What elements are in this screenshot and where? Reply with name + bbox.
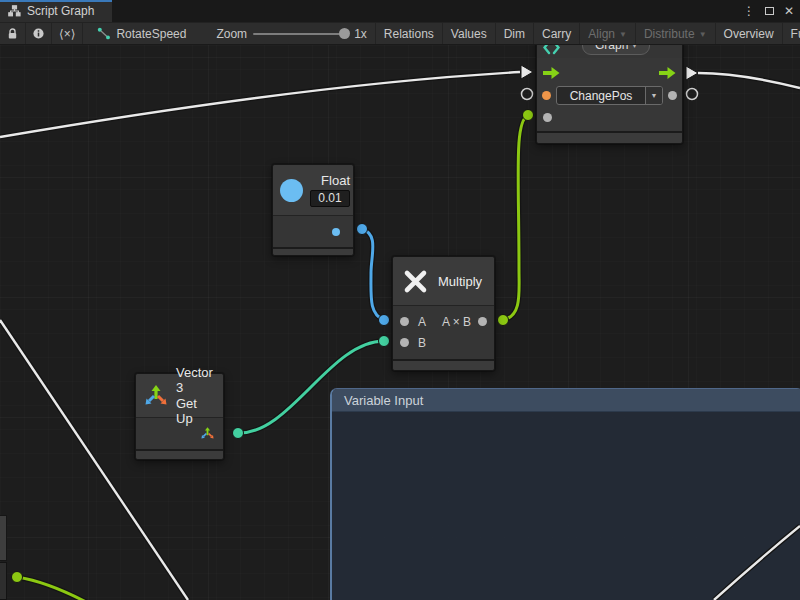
zoom-slider[interactable]	[253, 33, 348, 35]
float-node-footer	[273, 247, 353, 255]
float-node[interactable]: Float 0.01	[272, 164, 354, 256]
relations-button[interactable]: Relations	[375, 23, 442, 44]
multiply-output-port[interactable]	[478, 317, 487, 326]
script-graph-asset-icon	[97, 27, 111, 40]
zoom-control: Zoom 1x	[196, 23, 374, 44]
flow-output-arrow-icon[interactable]	[659, 67, 676, 79]
control-output-arrow[interactable]	[686, 66, 698, 80]
multiply-output-label: A × B	[442, 315, 471, 329]
vector3-node-titles: Vector 3 Get Up	[176, 365, 216, 426]
graph-node-header: Graph ▾	[537, 45, 682, 58]
wire-multiply-to-graph-outline	[503, 115, 528, 320]
dim-button[interactable]: Dim	[495, 23, 533, 44]
vector3-node-header: Vector 3 Get Up	[136, 374, 223, 418]
variable-select-arrow-icon: ▼	[645, 87, 662, 104]
variable-input-group-header[interactable]: Variable Input	[332, 389, 800, 412]
edit-code-button[interactable]: ⟨×⟩	[52, 23, 83, 44]
float-output-port[interactable]	[332, 228, 340, 236]
float-node-body	[273, 216, 353, 247]
group-title: Variable Input	[344, 393, 423, 408]
graph-right-port-ring[interactable]	[687, 89, 698, 100]
multiply-node-title: Multiply	[438, 274, 482, 289]
value-input-port[interactable]	[543, 113, 552, 122]
full-screen-button[interactable]: Full Screen	[782, 23, 800, 44]
graph-variable-row: ChangePos ▼	[542, 84, 677, 107]
multiply-input-b-port[interactable]	[400, 338, 409, 347]
vector3-axes-icon	[143, 383, 169, 409]
wire-end-offscreen-output[interactable]	[12, 572, 23, 583]
multiply-node-header: Multiply	[393, 257, 494, 306]
variable-select-value: ChangePos	[557, 87, 645, 104]
distribute-dropdown-icon: ▼	[699, 30, 707, 39]
variable-input-port[interactable]	[542, 91, 551, 100]
float-node-titles: Float 0.01	[310, 173, 350, 207]
wire-control-out-outline	[698, 73, 800, 88]
distribute-button[interactable]: Distribute ▼	[635, 23, 715, 44]
graph-node-body: ChangePos ▼	[537, 58, 682, 131]
zoom-value: 1x	[354, 27, 367, 41]
lock-icon	[7, 28, 18, 40]
variable-output-port[interactable]	[668, 91, 677, 100]
graph-header-dropdown[interactable]: Graph ▾	[582, 45, 650, 55]
multiply-node-footer	[393, 359, 494, 370]
window-close-icon[interactable]: ✕	[784, 4, 794, 18]
multiply-node-body: A A × B B	[393, 306, 494, 359]
wire-end-graph-input[interactable]	[523, 110, 534, 121]
multiply-node[interactable]: Multiply A A × B B	[392, 256, 495, 371]
wire-end-multiply-b[interactable]	[379, 336, 390, 347]
graph-extra-row	[542, 107, 677, 128]
graph-toolbar: ⟨×⟩ RotateSpeed Zoom 1x Relations Values…	[0, 22, 800, 45]
graph-left-port-ring[interactable]	[522, 89, 533, 100]
flow-input-arrow-icon[interactable]	[543, 67, 560, 79]
float-value-field[interactable]: 0.01	[310, 190, 350, 207]
offscreen-node-sliver-body[interactable]	[0, 562, 7, 600]
graph-header-dropdown-icon: ▾	[632, 45, 637, 50]
vector3-node-subtitle: Get Up	[176, 396, 216, 426]
float-node-header: Float 0.01	[273, 165, 353, 216]
graph-node-footer	[537, 131, 682, 143]
toolbar-right-group: Relations Values Dim Carry Align ▼ Distr…	[375, 23, 800, 44]
window-maximize-icon[interactable]	[765, 7, 774, 15]
align-dropdown-icon: ▼	[619, 30, 627, 39]
multiply-output-group: A × B	[442, 315, 487, 329]
wire-end-vector-output[interactable]	[233, 428, 244, 439]
wire-end-multiply-output[interactable]	[498, 315, 509, 326]
multiply-x-icon	[402, 268, 429, 295]
vector3-get-up-node[interactable]: Vector 3 Get Up	[135, 373, 224, 460]
tab-bar: Script Graph ⋮ ✕	[0, 0, 800, 22]
offscreen-node-sliver[interactable]	[0, 515, 7, 561]
graph-hierarchy-icon	[8, 5, 21, 17]
script-graph-window: Script Graph ⋮ ✕ ⟨×⟩	[0, 0, 800, 600]
overview-button[interactable]: Overview	[715, 23, 782, 44]
wire-end-float-output[interactable]	[357, 224, 368, 235]
tab-script-graph[interactable]: Script Graph	[0, 0, 112, 22]
nested-graph-icon	[543, 45, 560, 55]
window-menu-icon[interactable]: ⋮	[743, 4, 755, 18]
variable-select[interactable]: ChangePos ▼	[556, 86, 663, 105]
values-button[interactable]: Values	[442, 23, 495, 44]
graph-canvas[interactable]: Variable Input	[0, 45, 800, 600]
window-controls: ⋮ ✕	[743, 0, 794, 22]
wire-diagonal[interactable]	[0, 320, 188, 600]
multiply-input-a-label: A	[418, 315, 426, 329]
zoom-slider-knob[interactable]	[339, 28, 350, 39]
wire-end-multiply-a[interactable]	[379, 315, 390, 326]
control-input-arrow[interactable]	[521, 65, 533, 79]
info-icon	[33, 27, 44, 40]
multiply-input-b-label: B	[418, 336, 426, 350]
multiply-input-a-port[interactable]	[400, 317, 409, 326]
align-button[interactable]: Align ▼	[579, 23, 635, 44]
tab-title: Script Graph	[27, 4, 94, 18]
vector3-node-footer	[136, 449, 223, 459]
vector3-output-port[interactable]	[200, 426, 215, 441]
wire-control-in[interactable]	[0, 72, 520, 137]
tab-active-accent	[0, 0, 112, 2]
breadcrumb[interactable]: RotateSpeed	[83, 23, 196, 44]
variable-input-group[interactable]: Variable Input	[330, 388, 800, 600]
carry-button[interactable]: Carry	[533, 23, 579, 44]
inspect-button[interactable]	[26, 23, 52, 44]
lock-button[interactable]	[0, 23, 26, 44]
breadcrumb-graph-name: RotateSpeed	[116, 27, 186, 41]
wire-multiply-to-graph[interactable]	[503, 115, 528, 320]
graph-unit-node[interactable]: Graph ▾ ChangePos ▼	[536, 45, 683, 144]
